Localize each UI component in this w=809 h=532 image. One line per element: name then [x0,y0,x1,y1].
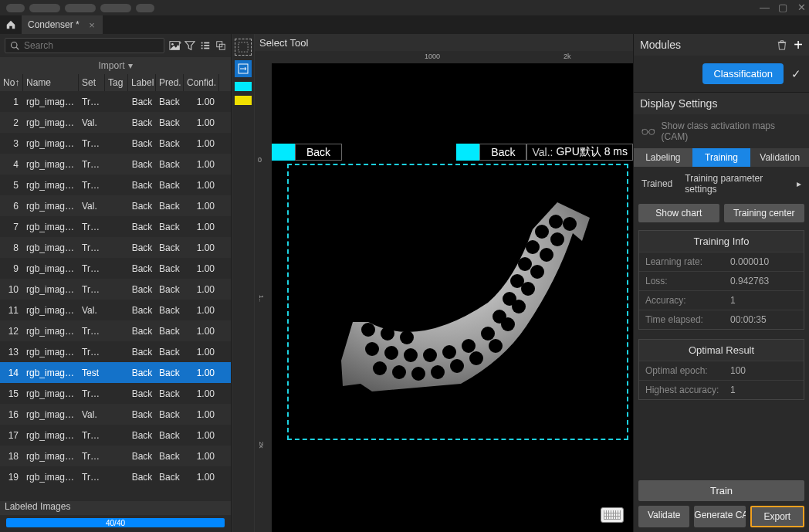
svg-rect-7 [201,45,203,46]
import-label: Import [98,60,124,71]
search-input-wrapper[interactable] [5,38,164,53]
validate-button[interactable]: Validate [638,506,689,527]
col-no[interactable]: No↑ [0,74,23,91]
cell-label: Back [128,180,156,191]
col-tag[interactable]: Tag [105,74,128,91]
cell-conf: 1.00 [184,326,219,337]
window-titlebar: — ▢ ✕ [0,0,809,15]
table-row[interactable]: 2rgb_image...Val.BackBack1.00 [0,112,231,133]
table-row[interactable]: 13rgb_image...TrainBackBack1.00 [0,341,231,362]
canvas-panel: Select Tool 1000 2k 0 1.. 2k Back Back V… [255,34,633,532]
cell-name: rgb_image... [23,305,79,316]
cell-no: 18 [0,451,23,462]
cell-conf: 1.00 [184,263,219,274]
epoch-value: 100 [723,365,797,376]
col-conf[interactable]: Confid. [184,74,219,91]
cell-label: Back [128,97,156,107]
cell-set: Train [79,263,105,274]
col-name[interactable]: Name [23,74,79,91]
keyboard-icon[interactable] [601,507,624,523]
hacc-value: 1 [723,385,797,395]
table-row[interactable]: 10rgb_image...TrainBackBack1.00 [0,279,231,300]
chevron-right-icon: ▸ [797,178,801,189]
svg-rect-8 [204,45,209,46]
cell-no: 2 [0,117,23,128]
cell-conf: 1.00 [184,242,219,253]
cell-set: Train [79,284,105,295]
cell-label: Back [128,347,156,357]
window-decoration [65,4,96,12]
col-label[interactable]: Label [128,74,156,91]
project-tab[interactable]: Condenser * × [22,15,103,34]
table-header: No↑ Name Set Tag Label Pred. Confid. [0,74,231,91]
table-row[interactable]: 14rgb_image...TestBackBack1.00 [0,362,231,383]
tab-validation[interactable]: Validation [750,148,809,167]
cell-no: 11 [0,305,23,316]
cell-no: 7 [0,222,23,232]
table-row[interactable]: 16rgb_image...Val.BackBack1.00 [0,404,231,425]
delete-module-icon[interactable] [777,39,787,50]
col-pred[interactable]: Pred. [156,74,184,91]
export-button[interactable]: Export [750,506,804,527]
table-row[interactable]: 6rgb_image...Val.BackBack1.00 [0,195,231,216]
classification-module-button[interactable]: Classification [702,63,784,84]
table-row[interactable]: 11rgb_image...Val.BackBack1.00 [0,300,231,320]
home-button[interactable] [0,15,22,34]
cam-toggle[interactable]: Show class activation maps (CAM) [634,114,809,148]
cell-conf: 1.00 [184,201,219,212]
cell-label: Back [128,388,156,399]
training-center-button[interactable]: Training center [724,204,805,222]
generate-cam-button[interactable]: Generate CAM [694,506,745,527]
time-key: Time elapsed: [645,314,723,325]
cell-set: Test [79,368,105,378]
preview-icon[interactable] [215,40,226,51]
selection-tool[interactable] [235,39,252,56]
add-image-icon[interactable]: + [169,40,180,51]
table-row[interactable]: 3rgb_image...TrainBackBack1.00 [0,133,231,154]
table-row[interactable]: 5rgb_image...TrainBackBack1.00 [0,175,231,195]
close-button[interactable]: ✕ [797,3,806,12]
cell-conf: 1.00 [184,305,219,316]
horizontal-ruler: 1000 2k [255,51,633,63]
cell-pred: Back [156,263,184,274]
window-decoration [29,4,60,12]
image-viewport[interactable]: Back Back Val.: GPU默认 8 ms [272,63,633,532]
table-row[interactable]: 4rgb_image...TrainBackBack1.00 [0,154,231,175]
table-row[interactable]: 8rgb_image...TrainBackBack1.00 [0,237,231,258]
table-row[interactable]: 15rgb_image...TrainBackBack1.00 [0,383,231,404]
training-params-link[interactable]: Training parameter settings [685,173,790,195]
import-button[interactable]: Import ▾ [0,57,231,74]
window-decoration [136,4,154,12]
col-set[interactable]: Set [79,74,105,91]
train-button[interactable]: Train [638,480,804,501]
cell-pred: Back [156,201,184,212]
svg-rect-13 [239,42,248,52]
table-row[interactable]: 17rgb_image...TrainBackBack1.00 [0,425,231,446]
cell-label: Back [128,201,156,212]
search-input[interactable] [24,40,159,51]
table-row[interactable]: 1rgb_image...TrainBackBack1.00 [0,91,231,112]
filter-icon[interactable] [184,40,195,51]
table-row[interactable]: 19rgb_image...TrainBackBack1.00 [0,466,231,487]
cell-pred: Back [156,97,184,107]
table-row[interactable]: 9rgb_image...TrainBackBack1.00 [0,258,231,279]
svg-point-3 [171,43,174,46]
roi-tool[interactable] [235,60,252,77]
minimize-button[interactable]: — [760,3,769,12]
maximize-button[interactable]: ▢ [778,3,787,12]
table-row[interactable]: 18rgb_image...TrainBackBack1.00 [0,446,231,466]
list-view-icon[interactable] [200,40,211,51]
add-module-icon[interactable]: + [794,39,803,50]
class-color-swatch-cyan[interactable] [235,82,252,91]
tab-labeling[interactable]: Labeling [634,148,692,167]
table-row[interactable]: 7rgb_image...TrainBackBack1.00 [0,216,231,237]
cell-conf: 1.00 [184,180,219,191]
cam-label: Show class activation maps (CAM) [662,120,801,142]
class-color-swatch-yellow[interactable] [235,96,252,105]
show-chart-button[interactable]: Show chart [638,204,719,222]
tab-close-icon[interactable]: × [89,19,95,31]
tab-training[interactable]: Training [692,148,751,167]
cell-conf: 1.00 [184,451,219,462]
table-footer-label: Labeled Images [0,501,231,515]
table-row[interactable]: 12rgb_image...TrainBackBack1.00 [0,320,231,341]
